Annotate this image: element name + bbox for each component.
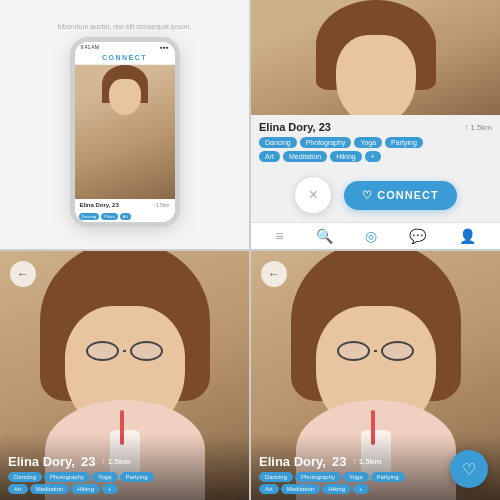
bl-tag-hiking: Hiking xyxy=(71,484,100,494)
cell-top-right: Elina Dory, 23 ↑ 1.5km Dancing Photograp… xyxy=(251,0,500,249)
br-tag-art: Art xyxy=(259,484,279,494)
bl-back-button[interactable]: ← xyxy=(10,261,36,287)
card-tag-more: + xyxy=(365,151,381,162)
dismiss-button[interactable]: × xyxy=(294,176,332,214)
phone-signal: ●●● xyxy=(159,44,168,50)
br-lens-right xyxy=(381,341,414,361)
cell-bottom-left: ← Elina Dory, 23 ↑ 1.5km Dancing Photogr… xyxy=(0,251,249,500)
heart-fab-button[interactable]: ♡ xyxy=(450,450,488,488)
br-tags-row2: Art Meditation Hiking + xyxy=(259,484,492,494)
card-tag-meditation: Meditation xyxy=(283,151,327,162)
br-glasses xyxy=(337,341,415,361)
phone-time: 9:41 AM xyxy=(81,44,99,50)
card-tag-hiking: Hiking xyxy=(330,151,361,162)
br-tag-partying: Partying xyxy=(371,472,405,482)
bl-tag-meditation: Meditation xyxy=(30,484,70,494)
phone-tag-dancing: Dancing xyxy=(79,213,100,220)
card-action-row: × ♡ CONNECT xyxy=(251,168,500,222)
phone-tag-photo: Photo xyxy=(101,213,117,220)
card-tag-art: Art xyxy=(259,151,280,162)
bl-tag-yoga: Yoga xyxy=(92,472,117,482)
cell-bottom-right: ← Elina Dory, 23 ↑ 1.5km Dancing Photogr… xyxy=(251,251,500,500)
bl-tag-art: Art xyxy=(8,484,28,494)
bl-tags: Dancing Photography Yoga Partying xyxy=(8,472,241,482)
bl-lens-right xyxy=(130,341,163,361)
br-tag-more: + xyxy=(353,484,369,494)
card-tags-row1: Dancing Photography Yoga Partying xyxy=(251,135,500,151)
phone-person-photo xyxy=(75,65,175,199)
br-tag-meditation: Meditation xyxy=(281,484,321,494)
br-tag-dancing: Dancing xyxy=(259,472,293,482)
br-nose-bridge xyxy=(374,350,378,352)
cell-top-left: bibendum auctor, nisi elit consequat ips… xyxy=(0,0,249,249)
br-lens-left xyxy=(337,341,370,361)
bl-tag-photography: Photography xyxy=(44,472,90,482)
bl-nose-bridge xyxy=(123,350,127,352)
br-tag-hiking: Hiking xyxy=(322,484,351,494)
phone-name-bar: Elina Dory, 23 ↑1.5km xyxy=(75,199,175,211)
card-bottom-nav: ≡ 🔍 ◎ 💬 👤 xyxy=(251,222,500,249)
phone-header: CONNECT xyxy=(75,52,175,65)
phone-status-bar: 9:41 AM ●●● xyxy=(75,42,175,52)
app-grid: bibendum auctor, nisi elit consequat ips… xyxy=(0,0,500,500)
card-tag-dancing: Dancing xyxy=(259,137,297,148)
card-face-shape xyxy=(336,35,416,115)
card-tag-partying: Partying xyxy=(385,137,423,148)
nav-menu-icon[interactable]: ≡ xyxy=(275,228,283,244)
bl-tag-more: + xyxy=(102,484,118,494)
phone-name: Elina Dory, 23 xyxy=(80,202,119,208)
nav-profile-icon[interactable]: 👤 xyxy=(459,228,476,244)
connect-button[interactable]: ♡ CONNECT xyxy=(344,181,456,210)
nav-search-icon[interactable]: 🔍 xyxy=(316,228,333,244)
bl-lens-left xyxy=(86,341,119,361)
phone-distance: ↑1.5km xyxy=(153,202,169,208)
bl-tags-row2: Art Meditation Hiking + xyxy=(8,484,241,494)
card-tags-row2: Art Meditation Hiking + xyxy=(251,151,500,168)
phone-face-shape xyxy=(109,79,141,115)
bl-bottom-info: Elina Dory, 23 ↑ 1.5km Dancing Photograp… xyxy=(0,434,249,500)
bl-tag-partying: Partying xyxy=(120,472,154,482)
card-person-name: Elina Dory, 23 xyxy=(259,121,331,133)
card-tag-photography: Photography xyxy=(300,137,352,148)
nav-compass-icon[interactable]: ◎ xyxy=(365,228,377,244)
phone-tags-row: Dancing Photo Art xyxy=(75,211,175,222)
nav-chat-icon[interactable]: 💬 xyxy=(409,228,426,244)
full-photo-left: ← Elina Dory, 23 ↑ 1.5km Dancing Photogr… xyxy=(0,251,249,500)
bl-tag-dancing: Dancing xyxy=(8,472,42,482)
card-photo-area xyxy=(251,0,500,115)
full-photo-right: ← Elina Dory, 23 ↑ 1.5km Dancing Photogr… xyxy=(251,251,500,500)
phone-mockup: 9:41 AM ●●● CONNECT Elina Dory, 23 ↑1.5k… xyxy=(70,37,180,227)
br-tag-yoga: Yoga xyxy=(343,472,368,482)
heart-icon-connect: ♡ xyxy=(362,189,373,202)
phone-tag-art: Art xyxy=(120,213,131,220)
bl-person-name: Elina Dory, 23 ↑ 1.5km xyxy=(8,454,241,469)
phone-image-area xyxy=(75,65,175,199)
card-tag-yoga: Yoga xyxy=(354,137,382,148)
card-name-row: Elina Dory, 23 ↑ 1.5km xyxy=(251,115,500,135)
br-back-button[interactable]: ← xyxy=(261,261,287,287)
bl-glasses xyxy=(86,341,164,361)
above-text: bibendum auctor, nisi elit consequat ips… xyxy=(58,22,192,32)
br-tag-photography: Photography xyxy=(295,472,341,482)
card-distance: ↑ 1.5km xyxy=(464,123,492,132)
